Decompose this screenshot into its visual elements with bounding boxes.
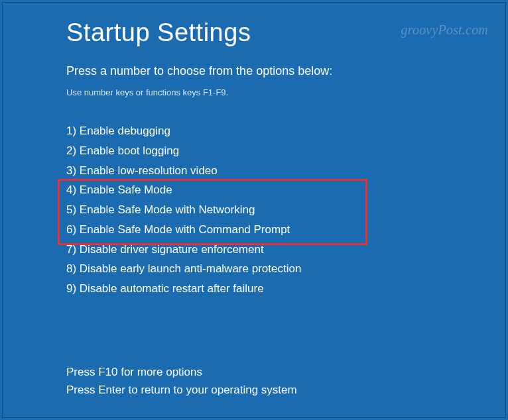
hint-text: Use number keys or functions keys F1-F9. [66, 87, 442, 97]
option-enable-boot-logging[interactable]: 2) Enable boot logging [66, 141, 442, 161]
option-disable-driver-signature-enforcement[interactable]: 7) Disable driver signature enforcement [66, 240, 442, 260]
footer-more-options: Press F10 for more options [66, 364, 297, 381]
option-enable-safe-mode-networking[interactable]: 5) Enable Safe Mode with Networking [66, 200, 442, 220]
option-disable-early-launch-antimalware[interactable]: 8) Disable early launch anti-malware pro… [66, 259, 442, 279]
option-disable-automatic-restart[interactable]: 9) Disable automatic restart after failu… [66, 279, 442, 299]
watermark-text: groovyPost.com [401, 23, 488, 38]
startup-options-list: 1) Enable debugging 2) Enable boot loggi… [66, 121, 442, 299]
option-enable-debugging[interactable]: 1) Enable debugging [66, 121, 442, 141]
startup-settings-screen: Startup Settings Press a number to choos… [0, 0, 508, 299]
footer-instructions: Press F10 for more options Press Enter t… [66, 364, 297, 399]
option-enable-safe-mode[interactable]: 4) Enable Safe Mode [66, 180, 442, 200]
option-enable-safe-mode-command-prompt[interactable]: 6) Enable Safe Mode with Command Prompt [66, 220, 442, 240]
option-enable-low-resolution-video[interactable]: 3) Enable low-resolution video [66, 161, 442, 181]
footer-return: Press Enter to return to your operating … [66, 382, 297, 399]
instruction-text: Press a number to choose from the option… [66, 64, 442, 78]
page-title: Startup Settings [66, 19, 442, 47]
